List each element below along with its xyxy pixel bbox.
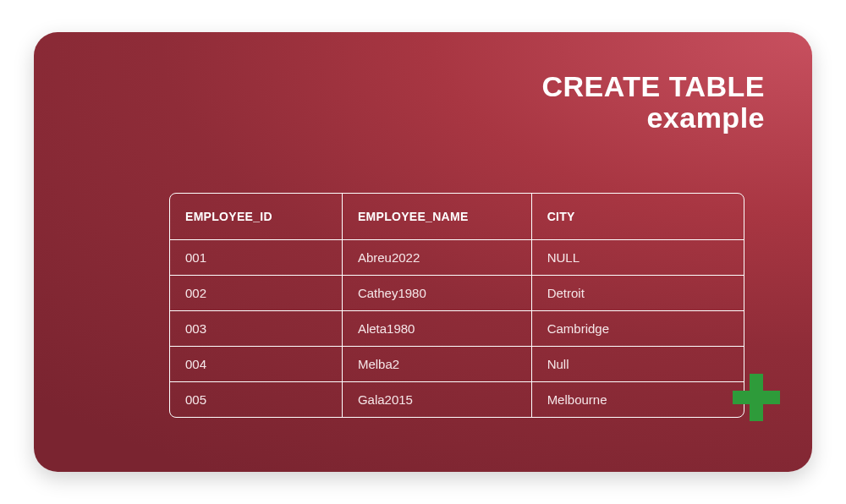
data-table: EMPLOYEE_ID EMPLOYEE_NAME CITY 001 Abreu… bbox=[170, 194, 744, 417]
svg-rect-0 bbox=[750, 374, 763, 421]
table-cell: Melba2 bbox=[342, 346, 531, 381]
table-cell: 005 bbox=[170, 381, 342, 417]
table-cell: 002 bbox=[170, 275, 342, 310]
table-cell: Abreu2022 bbox=[342, 239, 531, 275]
table-header-cell: CITY bbox=[531, 194, 744, 239]
title-line-2: example bbox=[541, 102, 765, 134]
table-header-row: EMPLOYEE_ID EMPLOYEE_NAME CITY bbox=[170, 194, 744, 239]
table-row: 005 Gala2015 Melbourne bbox=[170, 381, 744, 417]
table-cell: Null bbox=[531, 346, 744, 381]
table-row: 001 Abreu2022 NULL bbox=[170, 239, 744, 275]
table-row: 002 Cathey1980 Detroit bbox=[170, 275, 744, 310]
table-cell: Gala2015 bbox=[342, 381, 531, 417]
table-cell: Cathey1980 bbox=[342, 275, 531, 310]
table-cell: Cambridge bbox=[531, 310, 744, 346]
data-table-wrap: EMPLOYEE_ID EMPLOYEE_NAME CITY 001 Abreu… bbox=[169, 193, 744, 418]
table-cell: 001 bbox=[170, 239, 342, 275]
table-row: 003 Aleta1980 Cambridge bbox=[170, 310, 744, 346]
card-container: CREATE TABLE example EMPLOYEE_ID EMPLOYE… bbox=[34, 32, 812, 472]
table-row: 004 Melba2 Null bbox=[170, 346, 744, 381]
table-cell: 004 bbox=[170, 346, 342, 381]
table-header-cell: EMPLOYEE_NAME bbox=[342, 194, 531, 239]
table-cell: 003 bbox=[170, 310, 342, 346]
table-cell: Melbourne bbox=[531, 381, 744, 417]
title-line-1: CREATE TABLE bbox=[541, 71, 765, 102]
table-cell: Aleta1980 bbox=[342, 310, 531, 346]
table-header-cell: EMPLOYEE_ID bbox=[170, 194, 342, 239]
page-title: CREATE TABLE example bbox=[541, 71, 765, 134]
table-cell: Detroit bbox=[531, 275, 744, 310]
table-cell: NULL bbox=[531, 239, 744, 275]
